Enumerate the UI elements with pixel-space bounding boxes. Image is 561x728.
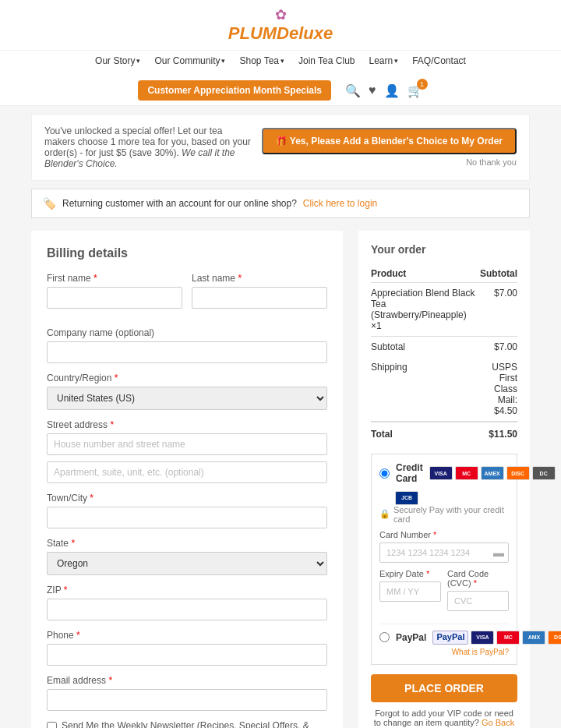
login-banner-text: Returning customer with an account for o… bbox=[62, 198, 297, 209]
required-indicator: * bbox=[474, 578, 477, 588]
company-input[interactable] bbox=[47, 341, 327, 363]
subtotal-value: $7.00 bbox=[475, 337, 517, 358]
nav-item-join-tea-club[interactable]: Join Tea Club bbox=[298, 55, 355, 66]
street-input-1[interactable] bbox=[47, 433, 327, 455]
navigation: Our Story ▾ Our Community ▾ Shop Tea ▾ J… bbox=[0, 51, 561, 106]
state-label: State * bbox=[47, 538, 327, 549]
street-group: Street address * bbox=[47, 419, 327, 483]
subtotal-row: Subtotal $7.00 bbox=[371, 337, 517, 358]
first-name-input[interactable] bbox=[47, 287, 182, 309]
order-table: Product Subtotal Appreciation Blend Blac… bbox=[371, 265, 517, 444]
nav-item-our-community[interactable]: Our Community ▾ bbox=[154, 55, 225, 66]
paypal-radio[interactable] bbox=[379, 632, 390, 642]
secure-pay-label: Securely Pay with your credit card bbox=[393, 505, 509, 524]
nav-icons: 🔍 ♥ 👤 🛒1 bbox=[345, 83, 423, 98]
paypal-mc-icon: MC bbox=[496, 631, 520, 645]
card-number-input[interactable] bbox=[379, 542, 509, 563]
jcb-row: JCB bbox=[395, 490, 509, 505]
visa-icon: VISA bbox=[429, 466, 453, 480]
total-label: Total bbox=[371, 422, 475, 444]
city-input[interactable] bbox=[47, 507, 327, 528]
search-icon[interactable]: 🔍 bbox=[345, 83, 361, 98]
company-label: Company name (optional) bbox=[47, 327, 327, 338]
place-order-button[interactable]: PLACE ORDER bbox=[371, 674, 517, 702]
required-indicator: * bbox=[108, 675, 112, 686]
add-blenders-choice-button[interactable]: 🎁 Yes, Please Add a Blender's Choice to … bbox=[262, 128, 517, 154]
email-group: Email address * bbox=[47, 675, 327, 711]
nav-item-shop-tea[interactable]: Shop Tea ▾ bbox=[239, 55, 284, 66]
credit-card-option: Credit Card VISA MC AMEX DISC DC bbox=[379, 462, 509, 484]
required-indicator: * bbox=[238, 273, 242, 284]
zip-group: ZIP * bbox=[47, 585, 327, 620]
required-indicator: * bbox=[94, 273, 97, 284]
login-icon: 🏷️ bbox=[43, 197, 56, 210]
newsletter-group: Send Me the Weekly Newsletter (Recipes, … bbox=[47, 720, 327, 728]
expiry-group: Expiry Date * bbox=[379, 569, 441, 611]
nav-item-our-story[interactable]: Our Story ▾ bbox=[95, 55, 140, 66]
required-indicator: * bbox=[76, 630, 80, 641]
paypal-option: PayPal PayPal VISA MC AMX DSC bbox=[379, 624, 509, 645]
shipping-row: Shipping USPS First Class Mail: $4.50 bbox=[371, 357, 517, 422]
cta-button[interactable]: Customer Appreciation Month Specials bbox=[138, 80, 331, 101]
mastercard-icon: MC bbox=[455, 466, 478, 480]
billing-title: Billing details bbox=[47, 246, 327, 260]
credit-card-radio[interactable] bbox=[379, 468, 390, 479]
shipping-label: Shipping bbox=[371, 357, 475, 422]
paypal-label: PayPal bbox=[396, 632, 426, 643]
city-group: Town/City * bbox=[47, 493, 327, 528]
logo-suffix: Deluxe bbox=[277, 23, 333, 43]
zip-input[interactable] bbox=[47, 599, 327, 620]
phone-input[interactable] bbox=[47, 644, 327, 666]
what-is-paypal-link[interactable]: What is PayPal? bbox=[379, 648, 509, 656]
expiry-label: Expiry Date * bbox=[379, 569, 441, 578]
newsletter-checkbox[interactable] bbox=[47, 722, 57, 728]
logo: ✿ PLUMDeluxe bbox=[192, 6, 369, 44]
cart-badge: 1 bbox=[417, 79, 428, 90]
wishlist-icon[interactable]: ♥ bbox=[369, 83, 376, 97]
country-select[interactable]: United States (US) bbox=[47, 387, 327, 410]
paypal-disc-icon: DSC bbox=[548, 631, 561, 645]
phone-label: Phone * bbox=[47, 630, 327, 641]
country-label: Country/Region * bbox=[47, 373, 327, 383]
order-summary-title: Your order bbox=[371, 243, 517, 256]
state-select[interactable]: Oregon bbox=[47, 552, 327, 575]
company-group: Company name (optional) bbox=[47, 327, 327, 363]
cvc-input[interactable] bbox=[447, 591, 509, 611]
nav-item-faq-contact[interactable]: FAQ/Contact bbox=[412, 55, 466, 66]
state-group: State * Oregon bbox=[47, 538, 327, 575]
card-form: 🔒 Securely Pay with your credit card Car… bbox=[379, 505, 509, 617]
product-col-header: Product bbox=[371, 265, 475, 283]
cart-icon[interactable]: 🛒1 bbox=[408, 83, 423, 98]
paypal-icons: PayPal VISA MC AMX DSC bbox=[432, 631, 561, 645]
required-indicator: * bbox=[115, 373, 118, 383]
amex-icon: AMEX bbox=[481, 466, 504, 480]
special-offer-banner: You've unlocked a special offer! Let our… bbox=[31, 114, 530, 181]
no-thanks-text[interactable]: No thank you bbox=[262, 157, 517, 167]
subtotal-col-header: Subtotal bbox=[475, 265, 517, 283]
login-link[interactable]: Click here to login bbox=[303, 198, 377, 209]
header: ✿ PLUMDeluxe bbox=[0, 0, 561, 51]
nav-item-learn[interactable]: Learn ▾ bbox=[369, 55, 398, 66]
email-input[interactable] bbox=[47, 689, 327, 711]
card-type-icon: ▬ bbox=[493, 546, 504, 559]
chevron-down-icon: ▾ bbox=[280, 57, 284, 65]
expiry-cvc-row: Expiry Date * Card Code (CVC) * bbox=[379, 569, 509, 617]
expiry-input[interactable] bbox=[379, 581, 441, 602]
discover-icon: DISC bbox=[506, 466, 530, 480]
last-name-input[interactable] bbox=[192, 287, 327, 309]
item-name: Appreciation Blend Black Tea (Strawberry… bbox=[371, 283, 475, 337]
required-indicator: * bbox=[71, 538, 75, 549]
lock-icon: 🔒 bbox=[379, 509, 390, 519]
street-input-2[interactable] bbox=[47, 461, 327, 483]
paypal-visa-icon: VISA bbox=[471, 631, 494, 645]
phone-group: Phone * bbox=[47, 630, 327, 666]
account-icon[interactable]: 👤 bbox=[384, 83, 400, 98]
zip-label: ZIP * bbox=[47, 585, 327, 595]
shipping-value: USPS First Class Mail: $4.50 bbox=[475, 357, 517, 422]
total-value: $11.50 bbox=[475, 422, 517, 444]
first-name-label: First name * bbox=[47, 273, 182, 284]
item-price: $7.00 bbox=[475, 283, 517, 337]
card-number-wrapper: ▬ bbox=[379, 542, 509, 563]
paypal-amex-icon: AMX bbox=[522, 631, 545, 645]
offer-text: You've unlocked a special offer! Let our… bbox=[44, 125, 254, 169]
